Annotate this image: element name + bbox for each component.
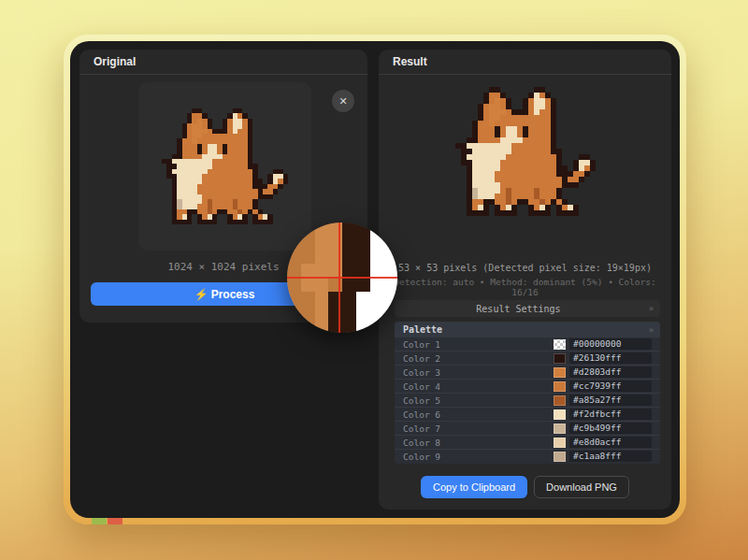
color-label: Color 5 bbox=[403, 395, 554, 406]
color-label: Color 4 bbox=[403, 381, 554, 392]
palette-collapse-icon[interactable]: » bbox=[642, 325, 660, 335]
palette-color-row: Color 9#c1aa8fff bbox=[395, 449, 660, 463]
desktop-background: Original ✕ 1024 × 1024 pixels ⚡Process R… bbox=[0, 0, 748, 560]
lightning-bolt-icon: ⚡ bbox=[194, 288, 209, 301]
result-panel: Result 53 × 53 pixels (Detected pixel si… bbox=[379, 50, 671, 510]
color-hex-field[interactable]: #e8d0acff bbox=[569, 437, 652, 448]
palette-color-row: Color 1#00000000 bbox=[395, 337, 660, 351]
magnifier-loupe[interactable] bbox=[287, 223, 397, 333]
result-dimensions-label: 53 × 53 pixels (Detected pixel size: 19×… bbox=[379, 263, 671, 273]
result-pixel-art-image[interactable] bbox=[455, 87, 596, 216]
collapse-icon[interactable]: » bbox=[642, 304, 660, 313]
color-label: Color 6 bbox=[403, 409, 554, 420]
original-panel-title: Original bbox=[79, 50, 367, 75]
original-image-container bbox=[138, 82, 311, 251]
palette-color-row: Color 2#26130fff bbox=[395, 351, 660, 365]
color-swatch[interactable] bbox=[554, 424, 566, 434]
download-png-button[interactable]: Download PNG bbox=[534, 476, 629, 498]
palette-title: Palette bbox=[395, 324, 642, 335]
color-label: Color 1 bbox=[403, 339, 554, 350]
color-label: Color 2 bbox=[403, 353, 554, 364]
palette-header[interactable]: Palette » bbox=[395, 322, 660, 337]
color-hex-field[interactable]: #cc7939ff bbox=[569, 381, 652, 392]
process-button-label: Process bbox=[211, 288, 255, 301]
palette-color-row: Color 6#f2dfbcff bbox=[395, 407, 660, 421]
color-label: Color 8 bbox=[403, 438, 554, 448]
color-hex-field[interactable]: #a85a27ff bbox=[569, 395, 652, 406]
result-panel-title: Result bbox=[379, 50, 671, 75]
remove-image-button[interactable]: ✕ bbox=[332, 90, 354, 112]
palette-color-row: Color 8#e8d0acff bbox=[395, 435, 660, 449]
result-meta-label: Detection: auto • Method: dominant (5%) … bbox=[379, 277, 671, 297]
color-swatch[interactable] bbox=[554, 438, 566, 448]
result-actions: Copy to Clipboard Download PNG bbox=[379, 476, 671, 498]
color-swatch[interactable] bbox=[554, 381, 566, 392]
color-swatch[interactable] bbox=[554, 353, 566, 364]
color-swatch[interactable] bbox=[554, 339, 566, 350]
color-swatch[interactable] bbox=[554, 409, 566, 420]
palette-color-row: Color 3#d2803dff bbox=[395, 365, 660, 379]
palette-color-row: Color 7#c9b499ff bbox=[395, 421, 660, 435]
copy-to-clipboard-button[interactable]: Copy to Clipboard bbox=[421, 476, 527, 498]
color-swatch[interactable] bbox=[554, 395, 566, 406]
color-label: Color 3 bbox=[403, 367, 554, 378]
color-hex-field[interactable]: #c9b499ff bbox=[569, 423, 652, 434]
color-hex-field[interactable]: #c1aa8fff bbox=[569, 451, 652, 462]
loupe-crosshair-vertical bbox=[338, 223, 340, 333]
result-image-container bbox=[379, 87, 671, 216]
color-hex-field[interactable]: #26130fff bbox=[569, 352, 652, 364]
palette-color-row: Color 5#a85a27ff bbox=[395, 393, 660, 407]
color-swatch[interactable] bbox=[554, 367, 566, 378]
color-hex-field[interactable]: #d2803dff bbox=[569, 366, 652, 378]
color-hex-field[interactable]: #f2dfbcff bbox=[569, 409, 652, 420]
palette-panel: Palette » Color 1#00000000Color 2#26130f… bbox=[395, 322, 660, 464]
palette-color-row: Color 4#cc7939ff bbox=[395, 379, 660, 393]
color-swatch[interactable] bbox=[554, 452, 566, 462]
color-hex-field[interactable]: #00000000 bbox=[569, 338, 652, 350]
result-settings-label: Result Settings bbox=[395, 304, 642, 314]
color-label: Color 9 bbox=[403, 452, 554, 462]
loupe-crosshair-horizontal bbox=[287, 277, 397, 279]
color-label: Color 7 bbox=[403, 424, 554, 434]
original-pixel-art-image[interactable] bbox=[162, 108, 288, 224]
result-settings-header[interactable]: Result Settings » bbox=[395, 300, 660, 317]
close-icon: ✕ bbox=[338, 95, 347, 107]
palette-color-list: Color 1#00000000Color 2#26130fffColor 3#… bbox=[395, 337, 660, 463]
